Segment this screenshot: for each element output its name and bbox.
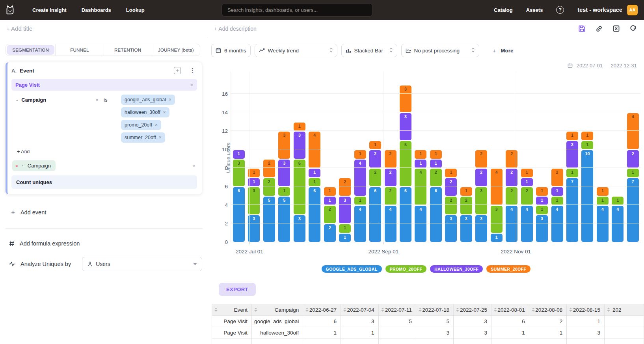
bar-segment-google_ads_global[interactable]: 3 — [445, 215, 457, 242]
bar-segment-google_ads_global[interactable]: 7 — [627, 178, 639, 242]
bar-segment-summer_20off[interactable]: 1 — [294, 123, 305, 131]
remove-filter-icon[interactable]: × — [90, 95, 104, 143]
bar-segment-halloween_30off[interactable]: 3 — [400, 113, 411, 140]
bar-segment-google_ads_global[interactable]: 5 — [278, 197, 290, 242]
remove-value-icon[interactable]: × — [163, 110, 166, 115]
bar-segment-google_ads_global[interactable]: 3 — [294, 215, 305, 242]
bar-segment-google_ads_global[interactable]: 5 — [263, 197, 275, 242]
bar-column[interactable]: 7124 — [627, 113, 639, 242]
bar-segment-promo_20off[interactable]: 3 — [248, 187, 260, 214]
bar-segment-promo_20off[interactable]: 1 — [627, 169, 639, 177]
bar-segment-summer_20off[interactable]: 2 — [551, 169, 563, 186]
bar-segment-halloween_30off[interactable]: 2 — [385, 169, 396, 186]
add-filter-icon[interactable]: + — [174, 67, 181, 74]
sort-icon[interactable] — [305, 308, 309, 312]
bar-column[interactable]: 7131 — [566, 132, 578, 242]
bar-segment-halloween_30off[interactable]: 2 — [369, 150, 381, 168]
help-icon[interactable]: ? — [556, 6, 564, 14]
save-icon[interactable] — [578, 25, 586, 32]
bar-segment-promo_20off[interactable]: 2 — [460, 197, 472, 214]
bar-column[interactable]: 4211 — [521, 169, 533, 242]
sort-icon[interactable] — [419, 308, 422, 312]
search-input[interactable] — [221, 3, 373, 17]
bar-segment-halloween_30off[interactable]: 1 — [248, 178, 260, 187]
breakdown-pill[interactable]: × · Campaign — [12, 160, 56, 171]
bar-column[interactable]: 411 — [597, 187, 609, 242]
column-header[interactable]: Campaign — [251, 304, 303, 316]
remove-value-icon[interactable]: × — [159, 135, 162, 140]
bar-segment-promo_20off[interactable]: 4 — [415, 169, 426, 205]
bar-segment-google_ads_global[interactable]: 3 — [475, 215, 487, 242]
nav-item-lookup[interactable]: Lookup — [126, 7, 145, 13]
bar-segment-google_ads_global[interactable]: 6 — [233, 187, 245, 242]
remove-event-icon[interactable]: × — [190, 82, 193, 88]
bar-segment-halloween_30off[interactable]: 1 — [415, 160, 426, 168]
add-formula-button[interactable]: Add formula expression — [9, 240, 208, 247]
sort-icon[interactable] — [456, 308, 459, 312]
bar-segment-summer_20off[interactable]: 1 — [445, 169, 457, 177]
bar-segment-promo_20off[interactable]: 2 — [385, 187, 396, 205]
sort-icon[interactable] — [607, 308, 610, 312]
bar-segment-google_ads_global[interactable]: 1 — [491, 234, 503, 242]
column-header[interactable]: 2022-06-27 — [303, 304, 341, 316]
remove-value-icon[interactable]: × — [169, 97, 171, 102]
bar-segment-promo_20off[interactable]: 2 — [324, 206, 336, 223]
bar-column[interactable]: 6221 — [369, 141, 381, 242]
sort-icon[interactable] — [494, 308, 497, 312]
tab-segmentation[interactable]: SEGMENTATION — [7, 45, 54, 55]
bar-segment-promo_20off[interactable]: 3 — [491, 206, 503, 233]
bar-column[interactable]: 5133 — [278, 132, 290, 242]
bar-segment-summer_20off[interactable]: 4 — [491, 169, 503, 205]
add-and-condition[interactable]: + And — [17, 149, 197, 154]
bar-segment-google_ads_global[interactable]: 3 — [536, 215, 548, 242]
filter-operator[interactable]: is — [104, 95, 121, 143]
filter-value-tag[interactable]: google_ads_global× — [121, 95, 175, 105]
bar-column[interactable]: 3111 — [536, 187, 548, 242]
filter-property[interactable]: Campaign — [21, 97, 46, 103]
workspace-switcher[interactable]: test - workspace AA — [577, 5, 638, 15]
column-header[interactable]: 2022-07-25 — [454, 304, 491, 316]
bar-segment-summer_20off[interactable]: 1 — [536, 187, 548, 196]
bar-column[interactable]: 6533 — [400, 86, 411, 242]
bar-segment-promo_20off[interactable]: 2 — [430, 169, 442, 186]
bar-segment-google_ads_global[interactable]: 6 — [369, 187, 381, 242]
bar-segment-summer_20off[interactable]: 1 — [460, 187, 472, 196]
bar-segment-google_ads_global[interactable]: 10 — [581, 150, 593, 242]
bar-segment-summer_20off[interactable]: 2 — [475, 150, 487, 168]
bar-segment-summer_20off[interactable]: 1 — [324, 187, 336, 196]
bar-segment-summer_20off[interactable]: 3 — [278, 132, 290, 159]
bar-segment-halloween_30off[interactable]: 1 — [233, 150, 245, 159]
bar-segment-google_ads_global[interactable]: 4 — [354, 206, 366, 242]
nav-item-catalog[interactable]: Catalog — [494, 7, 513, 13]
column-header[interactable]: 202 — [604, 304, 644, 316]
export-button[interactable]: EXPORT — [219, 283, 256, 296]
bar-segment-promo_20off[interactable]: 3 — [475, 187, 487, 214]
bar-column[interactable]: 631 — [233, 150, 245, 242]
bar-segment-promo_20off[interactable]: 1 — [278, 187, 290, 196]
bar-segment-halloween_30off[interactable]: 3 — [278, 160, 290, 187]
bar-column[interactable]: 2211 — [324, 187, 336, 242]
filter-value-tag[interactable]: halloween_30off× — [121, 107, 169, 117]
chart-type-select[interactable]: Stacked Bar — [341, 44, 397, 57]
bar-segment-summer_20off[interactable]: 2 — [385, 150, 396, 168]
column-header[interactable]: Event — [212, 304, 252, 316]
bar-segment-google_ads_global[interactable]: 4 — [612, 206, 624, 242]
bar-segment-summer_20off[interactable]: 1 — [597, 187, 609, 196]
sort-icon[interactable] — [343, 308, 346, 312]
bar-segment-summer_20off[interactable]: 1 — [248, 169, 260, 177]
bar-segment-halloween_30off[interactable]: 2 — [475, 169, 487, 186]
bar-segment-halloween_30off[interactable]: 1 — [309, 169, 320, 177]
bar-segment-promo_20off[interactable]: 2 — [445, 197, 457, 214]
bar-segment-summer_20off[interactable]: 2 — [339, 178, 351, 196]
add-event-button[interactable]: + Add event — [11, 208, 208, 216]
bar-column[interactable]: 522 — [263, 160, 275, 242]
bar-segment-google_ads_global[interactable]: 3 — [460, 215, 472, 242]
remove-breakdown-icon[interactable]: × — [15, 164, 18, 168]
bar-segment-promo_20off[interactable]: 1 — [309, 178, 320, 187]
refresh-icon[interactable] — [629, 25, 637, 32]
sort-icon[interactable] — [381, 308, 384, 312]
bar-segment-summer_20off[interactable]: 1 — [521, 169, 533, 177]
trend-select[interactable]: Weekly trend — [255, 44, 337, 57]
bar-segment-google_ads_global[interactable]: 6 — [400, 187, 411, 242]
bar-column[interactable]: 6114 — [309, 132, 320, 242]
